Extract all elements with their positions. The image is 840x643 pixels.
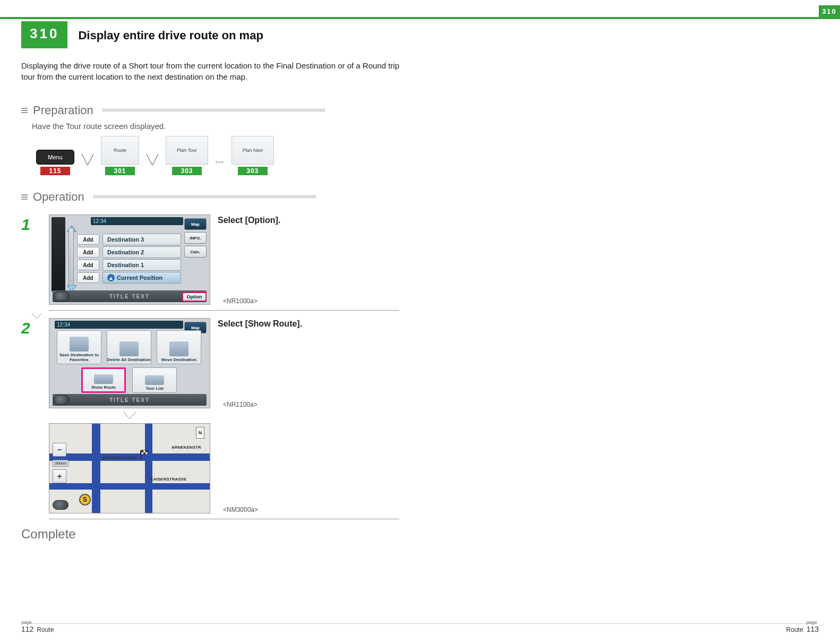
step-divider	[49, 519, 399, 519]
back-icon	[54, 395, 70, 405]
scale-label: 300mi	[53, 460, 68, 467]
title-text-bar: TITLE TEXT	[53, 394, 207, 406]
add-button: Add	[77, 260, 99, 270]
dots-icon: ▫▫▫	[213, 158, 226, 175]
time-label: 12:34	[55, 321, 183, 329]
step2-instruction: Select [Show Route].	[218, 318, 302, 329]
page-label: page	[21, 620, 33, 625]
step2-code: <NR1100a>	[223, 401, 302, 408]
add-button: Add	[77, 272, 99, 283]
map-button: Map	[184, 218, 207, 230]
step-2: 2 12:34 Map Save Destination to Favorite…	[21, 314, 819, 519]
notch-icon	[32, 313, 41, 319]
step2-map-screenshot: KENNEDYDAMM ARNEKENSTR KAISERSTRASSE − 3…	[49, 423, 210, 513]
preparation-heading: Preparation	[33, 104, 93, 117]
show-route-tile-highlighted: Show Route	[81, 367, 126, 393]
menu-button-thumb: Menu	[36, 150, 74, 165]
route-thumb: Route	[101, 136, 139, 165]
arrow-icon: ╲╱	[80, 154, 96, 175]
add-button: Add	[77, 247, 99, 258]
preparation-heading-row: Preparation	[21, 104, 819, 117]
left-page-number: 112	[21, 625, 33, 633]
step-divider	[49, 310, 399, 311]
step1-instruction: Select [Option].	[218, 215, 280, 225]
operation-heading: Operation	[33, 190, 84, 204]
road-label: ARNEKENSTR	[172, 445, 201, 450]
ref-badge-115: 115	[40, 167, 70, 175]
plan-navi-thumb: Plan Navi	[232, 136, 274, 165]
header-accent-line	[0, 17, 840, 19]
preparation-thumbnails: Menu 115 ╲╱ Route 301 ╲╱ Plan Tour 303 ▫…	[36, 136, 819, 175]
compass-icon: N	[196, 427, 204, 439]
destination-3: Destination 3	[102, 234, 181, 245]
corner-page-number: 310	[819, 5, 840, 17]
step1-screenshot: 12:34 Add Destination 3 Add Destination …	[49, 215, 210, 305]
add-button: Add	[77, 234, 99, 245]
save-destination-tile: Save Destination to Favorites	[57, 330, 101, 364]
page-title: Display entire drive route on map	[67, 21, 263, 48]
preparation-note: Have the Tour route screen displayed.	[32, 122, 819, 131]
step1-code: <NR1000a>	[223, 297, 280, 305]
section-rule	[102, 109, 325, 112]
road-label: KENNEDYDAMM	[102, 456, 136, 460]
right-section: Route	[786, 626, 803, 633]
back-icon	[54, 292, 70, 301]
time-label: 12:34	[91, 217, 183, 225]
option-button-highlighted: Option	[182, 292, 207, 302]
operation-heading-row: Operation	[21, 190, 819, 204]
step2-screenshot: 12:34 Map Save Destination to Favorites …	[49, 318, 210, 408]
info-button: INFO.	[184, 232, 207, 244]
flag-icon	[139, 449, 149, 460]
zoom-out-icon: −	[53, 443, 66, 457]
svg-rect-6	[143, 452, 145, 455]
tour-list-tile: Tour List	[132, 367, 177, 393]
page-number-badge: 310	[21, 21, 67, 48]
step2-map-code: <NM3000a>	[223, 506, 258, 513]
ref-badge-301: 301	[105, 167, 135, 175]
step-number: 1	[21, 215, 40, 311]
intro-text: Displaying the drive route of a Short to…	[21, 60, 404, 82]
svg-rect-5	[145, 450, 148, 452]
current-position: ▲ Current Position	[102, 272, 181, 284]
arrow-icon: ╲╱	[144, 154, 160, 175]
plan-tour-thumb: Plan Tour	[166, 136, 208, 165]
move-destination-tile: Move Destination	[157, 330, 201, 364]
down-connector	[49, 411, 210, 420]
section-bars-icon	[21, 194, 28, 200]
zoom-in-icon: +	[53, 469, 66, 483]
step-1: 1 12:34 Add Destination 3 Add Destinatio…	[21, 210, 819, 311]
calc-button: Calc.	[184, 246, 207, 258]
section-bars-icon	[21, 108, 28, 113]
step-number: 2	[21, 318, 40, 519]
section-rule	[93, 195, 316, 199]
left-section: Route	[37, 626, 54, 633]
back-icon	[53, 500, 68, 510]
page-label: page	[807, 620, 819, 625]
ref-badge-303a: 303	[172, 167, 202, 175]
destination-1: Destination 1	[102, 259, 181, 271]
complete-label: Complete	[21, 527, 819, 542]
delete-all-tile: Delete All Destination	[107, 330, 151, 364]
road-label: KAISERSTRASSE	[150, 477, 186, 482]
right-page-number: 113	[807, 625, 819, 633]
start-marker: S	[79, 494, 91, 505]
ref-badge-303b: 303	[238, 167, 268, 175]
footer: page 112 Route Route page 113	[21, 620, 819, 633]
destination-2: Destination 2	[102, 246, 181, 258]
svg-rect-4	[141, 450, 143, 452]
